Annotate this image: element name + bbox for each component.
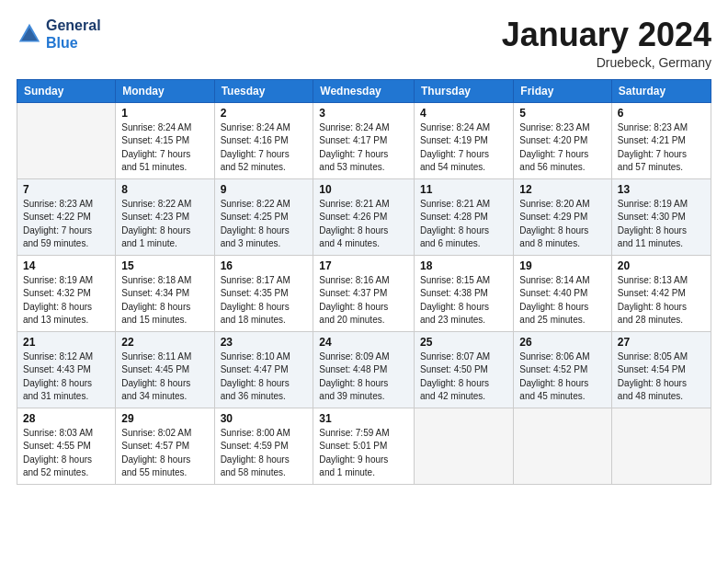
col-tuesday: Tuesday <box>214 79 313 102</box>
calendar-week-5: 28Sunrise: 8:03 AM Sunset: 4:55 PM Dayli… <box>17 408 711 484</box>
day-number: 24 <box>319 336 408 349</box>
day-number: 25 <box>420 336 507 349</box>
day-info: Sunrise: 8:07 AM Sunset: 4:50 PM Dayligh… <box>420 350 507 404</box>
day-number: 18 <box>420 259 507 272</box>
col-thursday: Thursday <box>414 79 513 102</box>
calendar-cell: 6Sunrise: 8:23 AM Sunset: 4:21 PM Daylig… <box>611 102 711 178</box>
calendar-cell: 3Sunrise: 8:24 AM Sunset: 4:17 PM Daylig… <box>313 102 415 178</box>
calendar-cell: 19Sunrise: 8:14 AM Sunset: 4:40 PM Dayli… <box>514 255 612 331</box>
day-info: Sunrise: 8:20 AM Sunset: 4:29 PM Dayligh… <box>519 198 606 251</box>
day-number: 23 <box>221 336 308 349</box>
day-info: Sunrise: 8:11 AM Sunset: 4:45 PM Dayligh… <box>121 350 208 404</box>
day-number: 20 <box>618 259 705 272</box>
calendar-cell: 28Sunrise: 8:03 AM Sunset: 4:55 PM Dayli… <box>17 408 116 484</box>
day-info: Sunrise: 8:16 AM Sunset: 4:37 PM Dayligh… <box>319 274 408 327</box>
calendar-cell: 8Sunrise: 8:22 AM Sunset: 4:23 PM Daylig… <box>116 178 214 255</box>
day-info: Sunrise: 8:02 AM Sunset: 4:57 PM Dayligh… <box>121 427 208 480</box>
day-info: Sunrise: 8:15 AM Sunset: 4:38 PM Dayligh… <box>420 274 507 327</box>
col-sunday: Sunday <box>17 79 116 102</box>
calendar-table: Sunday Monday Tuesday Wednesday Thursday… <box>17 79 711 485</box>
day-number: 19 <box>519 259 606 272</box>
calendar-cell: 15Sunrise: 8:18 AM Sunset: 4:34 PM Dayli… <box>116 255 214 331</box>
calendar-cell: 27Sunrise: 8:05 AM Sunset: 4:54 PM Dayli… <box>611 331 711 408</box>
calendar-cell: 11Sunrise: 8:21 AM Sunset: 4:28 PM Dayli… <box>414 178 513 255</box>
calendar-cell <box>514 408 612 484</box>
day-info: Sunrise: 8:24 AM Sunset: 4:19 PM Dayligh… <box>420 121 507 175</box>
day-info: Sunrise: 8:18 AM Sunset: 4:34 PM Dayligh… <box>121 274 208 327</box>
day-info: Sunrise: 8:23 AM Sunset: 4:22 PM Dayligh… <box>23 198 109 251</box>
day-number: 13 <box>618 183 705 196</box>
day-number: 28 <box>23 412 109 425</box>
day-number: 2 <box>221 107 308 120</box>
calendar-cell <box>414 408 513 484</box>
day-number: 9 <box>221 183 308 196</box>
calendar-cell: 2Sunrise: 8:24 AM Sunset: 4:16 PM Daylig… <box>214 102 313 178</box>
day-number: 27 <box>618 336 705 349</box>
day-number: 5 <box>519 107 606 120</box>
calendar-cell: 31Sunrise: 7:59 AM Sunset: 5:01 PM Dayli… <box>313 408 415 484</box>
day-number: 1 <box>121 107 208 120</box>
calendar-cell: 20Sunrise: 8:13 AM Sunset: 4:42 PM Dayli… <box>611 255 711 331</box>
day-number: 15 <box>121 259 208 272</box>
calendar-cell <box>611 408 711 484</box>
calendar-week-1: 1Sunrise: 8:24 AM Sunset: 4:15 PM Daylig… <box>17 102 711 178</box>
day-info: Sunrise: 8:24 AM Sunset: 4:16 PM Dayligh… <box>221 121 308 175</box>
calendar-cell: 13Sunrise: 8:19 AM Sunset: 4:30 PM Dayli… <box>611 178 711 255</box>
day-number: 29 <box>121 412 208 425</box>
day-number: 30 <box>221 412 308 425</box>
day-number: 3 <box>319 107 408 120</box>
day-info: Sunrise: 8:03 AM Sunset: 4:55 PM Dayligh… <box>23 427 109 480</box>
day-info: Sunrise: 8:21 AM Sunset: 4:28 PM Dayligh… <box>420 198 507 251</box>
calendar-week-4: 21Sunrise: 8:12 AM Sunset: 4:43 PM Dayli… <box>17 331 711 408</box>
calendar-cell: 12Sunrise: 8:20 AM Sunset: 4:29 PM Dayli… <box>514 178 612 255</box>
day-info: Sunrise: 8:19 AM Sunset: 4:32 PM Dayligh… <box>23 274 109 327</box>
day-info: Sunrise: 8:00 AM Sunset: 4:59 PM Dayligh… <box>221 427 308 480</box>
weekday-row: Sunday Monday Tuesday Wednesday Thursday… <box>17 79 711 102</box>
calendar-cell: 26Sunrise: 8:06 AM Sunset: 4:52 PM Dayli… <box>514 331 612 408</box>
logo-icon <box>17 21 42 47</box>
day-number: 31 <box>319 412 408 425</box>
day-number: 11 <box>420 183 507 196</box>
day-number: 7 <box>23 183 109 196</box>
calendar-cell: 10Sunrise: 8:21 AM Sunset: 4:26 PM Dayli… <box>313 178 415 255</box>
day-number: 22 <box>121 336 208 349</box>
logo-text: General Blue <box>46 17 101 52</box>
day-number: 6 <box>618 107 705 120</box>
calendar-cell: 18Sunrise: 8:15 AM Sunset: 4:38 PM Dayli… <box>414 255 513 331</box>
day-number: 16 <box>221 259 308 272</box>
day-number: 8 <box>121 183 208 196</box>
day-number: 10 <box>319 183 408 196</box>
day-info: Sunrise: 8:21 AM Sunset: 4:26 PM Dayligh… <box>319 198 408 251</box>
calendar-body: 1Sunrise: 8:24 AM Sunset: 4:15 PM Daylig… <box>17 102 711 484</box>
day-number: 14 <box>23 259 109 272</box>
calendar-cell: 25Sunrise: 8:07 AM Sunset: 4:50 PM Dayli… <box>414 331 513 408</box>
day-info: Sunrise: 8:14 AM Sunset: 4:40 PM Dayligh… <box>519 274 606 327</box>
day-info: Sunrise: 8:09 AM Sunset: 4:48 PM Dayligh… <box>319 350 408 404</box>
day-info: Sunrise: 8:06 AM Sunset: 4:52 PM Dayligh… <box>519 350 606 404</box>
day-info: Sunrise: 8:23 AM Sunset: 4:20 PM Dayligh… <box>519 121 606 175</box>
logo: General Blue <box>17 17 101 52</box>
calendar-cell: 21Sunrise: 8:12 AM Sunset: 4:43 PM Dayli… <box>17 331 116 408</box>
calendar-cell: 17Sunrise: 8:16 AM Sunset: 4:37 PM Dayli… <box>313 255 415 331</box>
calendar-cell: 16Sunrise: 8:17 AM Sunset: 4:35 PM Dayli… <box>214 255 313 331</box>
calendar-cell: 29Sunrise: 8:02 AM Sunset: 4:57 PM Dayli… <box>116 408 214 484</box>
calendar-week-2: 7Sunrise: 8:23 AM Sunset: 4:22 PM Daylig… <box>17 178 711 255</box>
day-info: Sunrise: 8:23 AM Sunset: 4:21 PM Dayligh… <box>618 121 705 175</box>
day-number: 21 <box>23 336 109 349</box>
col-friday: Friday <box>514 79 612 102</box>
calendar-cell: 7Sunrise: 8:23 AM Sunset: 4:22 PM Daylig… <box>17 178 116 255</box>
day-number: 4 <box>420 107 507 120</box>
day-info: Sunrise: 8:22 AM Sunset: 4:23 PM Dayligh… <box>121 198 208 251</box>
location: Druebeck, Germany <box>502 55 711 70</box>
day-info: Sunrise: 8:24 AM Sunset: 4:17 PM Dayligh… <box>319 121 408 175</box>
calendar-week-3: 14Sunrise: 8:19 AM Sunset: 4:32 PM Dayli… <box>17 255 711 331</box>
day-info: Sunrise: 8:13 AM Sunset: 4:42 PM Dayligh… <box>618 274 705 327</box>
col-wednesday: Wednesday <box>313 79 415 102</box>
day-info: Sunrise: 8:05 AM Sunset: 4:54 PM Dayligh… <box>618 350 705 404</box>
calendar-cell: 23Sunrise: 8:10 AM Sunset: 4:47 PM Dayli… <box>214 331 313 408</box>
calendar-cell: 24Sunrise: 8:09 AM Sunset: 4:48 PM Dayli… <box>313 331 415 408</box>
day-info: Sunrise: 8:12 AM Sunset: 4:43 PM Dayligh… <box>23 350 109 404</box>
page: General Blue January 2024 Druebeck, Germ… <box>0 0 728 563</box>
day-info: Sunrise: 8:17 AM Sunset: 4:35 PM Dayligh… <box>221 274 308 327</box>
calendar-cell: 4Sunrise: 8:24 AM Sunset: 4:19 PM Daylig… <box>414 102 513 178</box>
